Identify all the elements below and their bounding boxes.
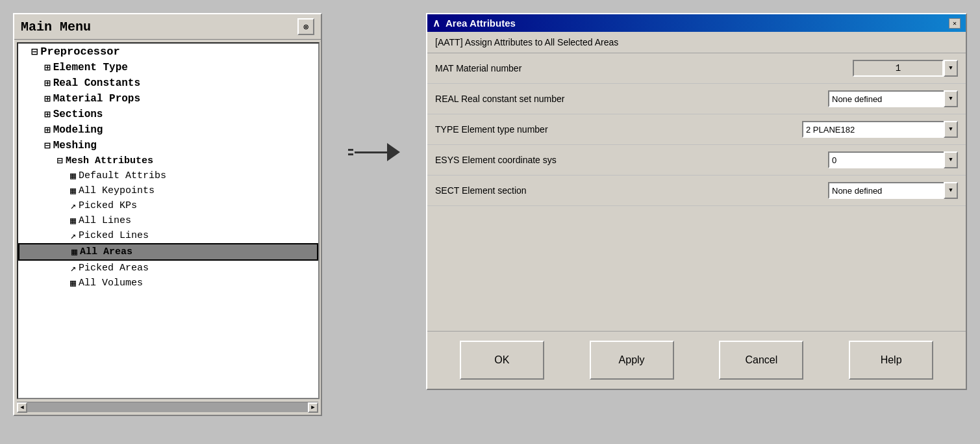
mat-row: MAT Material number ▼: [427, 53, 966, 84]
scroll-left-btn[interactable]: ◀: [17, 402, 27, 413]
menu-scroll-area[interactable]: ⊟ Preprocessor ⊞ Element Type ⊞ Real Con…: [17, 42, 320, 399]
dialog-title-left: ∧ Area Attributes: [433, 17, 516, 29]
esys-label: ESYS Element coordinate sys: [435, 155, 643, 165]
type-select-wrapper: 2 PLANE182 ▼: [802, 121, 958, 138]
mat-select-wrapper: ▼: [853, 60, 958, 77]
help-button[interactable]: Help: [849, 341, 933, 380]
grid-icon: ▦: [70, 170, 76, 182]
sidebar-item-modeling[interactable]: ⊞ Modeling: [18, 122, 318, 138]
mat-dropdown-btn[interactable]: ▼: [944, 60, 958, 77]
sect-label: SECT Element section: [435, 185, 643, 196]
type-control: 2 PLANE182 ▼: [649, 121, 958, 138]
arrow-head: [387, 143, 400, 161]
ok-button[interactable]: OK: [460, 341, 544, 380]
sidebar-item-all-keypoints[interactable]: ▦ All Keypoints: [18, 183, 318, 198]
sidebar-item-picked-lines[interactable]: ↗ Picked Lines: [18, 228, 318, 243]
sidebar-item-material-props[interactable]: ⊞ Material Props: [18, 91, 318, 107]
direction-arrow: [348, 143, 400, 161]
grid-icon: ▦: [70, 277, 76, 289]
sect-select[interactable]: None defined: [828, 182, 958, 199]
expand-icon: ⊞: [44, 108, 51, 121]
mat-control: ▼: [649, 60, 958, 77]
sidebar-item-real-constants[interactable]: ⊞ Real Constants: [18, 75, 318, 91]
sidebar-item-mesh-attributes[interactable]: ⊟ Mesh Attributes: [18, 153, 318, 168]
expand-icon: ⊞: [44, 77, 51, 90]
collapse-icon: ⊟: [44, 139, 51, 152]
type-label: TYPE Element type number: [435, 124, 643, 135]
type-select[interactable]: 2 PLANE182: [802, 121, 958, 138]
area-attributes-dialog: ∧ Area Attributes ✕ [AATT] Assign Attrib…: [426, 13, 967, 390]
sect-row: SECT Element section None defined ▼: [427, 176, 966, 206]
real-select[interactable]: None defined: [828, 90, 958, 107]
expand-icon: ⊞: [44, 92, 51, 105]
real-label: REAL Real constant set number: [435, 94, 643, 104]
dialog-body: MAT Material number ▼ REAL Real constant…: [427, 53, 966, 331]
dialog-footer: OK Apply Cancel Help: [427, 331, 966, 389]
dialog-title-icon: ∧: [433, 17, 440, 29]
real-control: None defined ▼: [649, 90, 958, 107]
horizontal-scrollbar[interactable]: ◀ ▶: [17, 402, 318, 412]
arrow-bar-top: [348, 149, 353, 151]
type-row: TYPE Element type number 2 PLANE182 ▼: [427, 114, 966, 145]
mat-number-input[interactable]: [853, 60, 944, 77]
mat-label: MAT Material number: [435, 63, 643, 73]
sidebar-item-element-type[interactable]: ⊞ Element Type: [18, 60, 318, 75]
apply-button[interactable]: Apply: [590, 341, 674, 380]
main-menu-panel: Main Menu ⊗ ⊟ Preprocessor ⊞ Element Typ…: [13, 13, 322, 416]
real-row: REAL Real constant set number None defin…: [427, 84, 966, 114]
scroll-right-btn[interactable]: ▶: [308, 402, 318, 413]
arrow-icon: ↗: [70, 229, 76, 242]
grid-icon: ▦: [70, 185, 76, 197]
esys-select[interactable]: 0: [828, 151, 958, 168]
dialog-title-text: Area Attributes: [446, 18, 516, 29]
sect-select-wrapper: None defined ▼: [828, 182, 958, 199]
arrow-icon: ↗: [70, 200, 76, 212]
sidebar-item-all-volumes[interactable]: ▦ All Volumes: [18, 276, 318, 291]
main-menu-titlebar: Main Menu ⊗: [14, 14, 321, 40]
sect-control: None defined ▼: [649, 182, 958, 199]
scroll-track-h[interactable]: [27, 402, 308, 412]
main-menu-collapse-btn[interactable]: ⊗: [297, 18, 314, 35]
sidebar-item-meshing[interactable]: ⊟ Meshing: [18, 138, 318, 153]
sidebar-item-sections[interactable]: ⊞ Sections: [18, 107, 318, 122]
cancel-button[interactable]: Cancel: [719, 341, 803, 380]
dialog-subtitle: [AATT] Assign Attributes to All Selected…: [427, 32, 966, 53]
arrow-double-bar: [348, 149, 353, 155]
expand-icon: ⊞: [44, 61, 51, 74]
arrow-icon: ↗: [70, 262, 76, 274]
collapse-icon: ⊟: [57, 155, 63, 167]
sidebar-item-picked-areas[interactable]: ↗ Picked Areas: [18, 261, 318, 276]
esys-row: ESYS Element coordinate sys 0 ▼: [427, 145, 966, 176]
expand-icon: ⊞: [44, 124, 51, 137]
sidebar-item-all-areas[interactable]: ▦ All Areas: [18, 243, 318, 261]
sidebar-item-default-attribs[interactable]: ▦ Default Attribs: [18, 168, 318, 183]
dialog-close-btn[interactable]: ✕: [949, 18, 961, 29]
grid-icon: ▦: [70, 215, 76, 227]
dialog-spacer: [427, 206, 966, 271]
collapse-icon: ⊟: [31, 45, 38, 59]
grid-icon: ▦: [71, 246, 77, 258]
arrow-line: [355, 151, 387, 153]
dialog-titlebar: ∧ Area Attributes ✕: [427, 14, 966, 32]
sidebar-item-picked-kps[interactable]: ↗ Picked KPs: [18, 198, 318, 213]
menu-content: ⊟ Preprocessor ⊞ Element Type ⊞ Real Con…: [14, 40, 321, 415]
real-select-wrapper: None defined ▼: [828, 90, 958, 107]
esys-select-wrapper: 0 ▼: [828, 151, 958, 168]
dialog-title-buttons: ✕: [949, 18, 961, 29]
main-menu-title: Main Menu: [21, 20, 91, 34]
esys-control: 0 ▼: [649, 151, 958, 168]
sidebar-item-all-lines[interactable]: ▦ All Lines: [18, 213, 318, 228]
arrow-bar-bottom: [348, 153, 353, 155]
sidebar-item-preprocessor[interactable]: ⊟ Preprocessor: [18, 44, 318, 60]
arrow-container: [348, 13, 400, 161]
